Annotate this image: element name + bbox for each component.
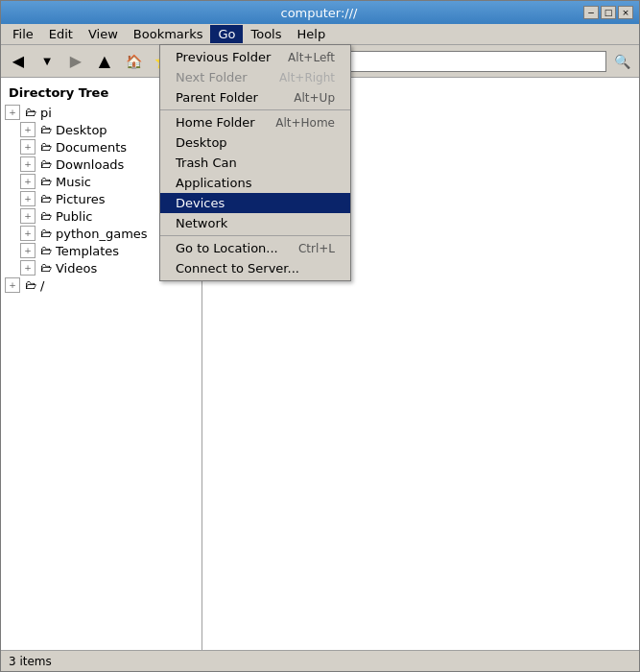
go-menu-go-to-location-label: Go to Location... <box>176 241 278 255</box>
tree-label-documents: Documents <box>56 140 127 155</box>
folder-icon-documents: 🗁 <box>38 139 54 155</box>
go-menu-go-to-location[interactable]: Go to Location... Ctrl+L <box>160 238 350 258</box>
go-menu-trash-label: Trash Can <box>176 156 237 170</box>
back-button[interactable]: ◀ <box>5 49 32 74</box>
go-menu-go-to-location-shortcut: Ctrl+L <box>298 242 335 255</box>
folder-icon-root: 🗁 <box>23 277 38 293</box>
tree-label-root: / <box>40 278 44 293</box>
expander-root[interactable]: + <box>5 277 20 293</box>
go-menu-next-folder-shortcut: Alt+Right <box>279 71 335 84</box>
menu-help[interactable]: Help <box>290 25 334 43</box>
go-menu-network-label: Network <box>176 216 227 230</box>
menu-go[interactable]: Go <box>210 25 243 43</box>
go-menu-sep-1 <box>160 109 350 110</box>
tree-label-videos: Videos <box>56 261 97 276</box>
folder-icon-python-games: 🗁 <box>38 226 54 241</box>
menu-file[interactable]: File <box>5 25 41 43</box>
go-menu-devices[interactable]: Devices <box>160 193 350 213</box>
go-menu-trash[interactable]: Trash Can <box>160 153 350 173</box>
go-menu-next-folder-label: Next Folder <box>176 70 248 84</box>
go-menu-sep-2 <box>160 235 350 236</box>
go-menu-parent-folder[interactable]: Parent Folder Alt+Up <box>160 87 350 108</box>
statusbar: 3 items <box>1 650 639 671</box>
folder-icon-public: 🗁 <box>38 208 54 224</box>
tree-label-templates: Templates <box>56 244 119 258</box>
back-dropdown[interactable]: ▼ <box>34 49 60 74</box>
expander-desktop[interactable]: + <box>20 122 36 137</box>
go-menu-network[interactable]: Network <box>160 213 350 233</box>
go-menu-desktop-label: Desktop <box>176 135 227 150</box>
maximize-button[interactable]: □ <box>601 6 616 19</box>
home-button[interactable]: 🏠 <box>120 49 147 74</box>
tree-label-music: Music <box>56 175 91 189</box>
up-button[interactable]: ▲ <box>91 49 118 74</box>
go-menu-home-folder[interactable]: Home Folder Alt+Home <box>160 112 350 132</box>
tree-label-public: Public <box>56 209 92 224</box>
folder-icon-pictures: 🗁 <box>38 191 54 206</box>
menu-tools[interactable]: Tools <box>243 25 289 43</box>
forward-button[interactable]: ▶ <box>62 49 89 74</box>
expander-documents[interactable]: + <box>20 139 36 155</box>
menu-edit[interactable]: Edit <box>41 25 81 43</box>
window-title: computer:/// <box>55 6 583 20</box>
titlebar-controls: − □ × <box>583 6 633 19</box>
folder-icon-templates: 🗁 <box>38 243 54 258</box>
titlebar: computer:/// − □ × <box>1 1 639 24</box>
search-button[interactable]: 🔍 <box>608 49 635 74</box>
go-menu-applications[interactable]: Applications <box>160 173 350 193</box>
tree-label-desktop: Desktop <box>56 123 107 137</box>
go-menu-home-folder-label: Home Folder <box>176 115 255 130</box>
expander-python-games[interactable]: + <box>20 226 36 241</box>
folder-icon-pi: 🗁 <box>23 105 38 120</box>
folder-icon-desktop: 🗁 <box>38 122 54 137</box>
go-menu-home-folder-shortcut: Alt+Home <box>275 116 335 130</box>
expander-pictures[interactable]: + <box>20 191 36 206</box>
expander-pi[interactable]: + <box>5 105 20 120</box>
app-window: computer:/// − □ × File Edit View Bookma… <box>0 0 640 672</box>
go-menu-dropdown: Previous Folder Alt+Left Next Folder Alt… <box>159 44 351 281</box>
expander-music[interactable]: + <box>20 174 36 189</box>
menu-bookmarks[interactable]: Bookmarks <box>126 25 211 43</box>
expander-templates[interactable]: + <box>20 243 36 258</box>
folder-icon-music: 🗁 <box>38 174 54 189</box>
tree-label-pictures: Pictures <box>56 192 105 206</box>
go-menu-connect-to-server[interactable]: Connect to Server... <box>160 258 350 278</box>
go-menu-previous-folder-label: Previous Folder <box>176 50 271 64</box>
go-menu-applications-label: Applications <box>176 176 251 190</box>
tree-label-pi: pi <box>40 106 52 120</box>
go-menu-devices-label: Devices <box>176 196 225 210</box>
close-button[interactable]: × <box>618 6 633 19</box>
menu-view[interactable]: View <box>81 25 126 43</box>
expander-public[interactable]: + <box>20 208 36 224</box>
go-menu-previous-folder-shortcut: Alt+Left <box>288 51 335 64</box>
go-menu-previous-folder[interactable]: Previous Folder Alt+Left <box>160 47 350 67</box>
go-menu-connect-to-server-label: Connect to Server... <box>176 261 299 276</box>
menubar: File Edit View Bookmarks Go Tools Help <box>1 24 639 45</box>
folder-icon-downloads: 🗁 <box>38 156 54 172</box>
go-menu-parent-folder-shortcut: Alt+Up <box>294 91 335 105</box>
tree-label-downloads: Downloads <box>56 157 124 172</box>
expander-downloads[interactable]: + <box>20 156 36 172</box>
statusbar-text: 3 items <box>9 655 52 668</box>
tree-label-python-games: python_games <box>56 227 148 241</box>
folder-icon-videos: 🗁 <box>38 260 54 276</box>
go-menu-next-folder[interactable]: Next Folder Alt+Right <box>160 67 350 87</box>
go-menu-desktop[interactable]: Desktop <box>160 132 350 153</box>
go-menu-parent-folder-label: Parent Folder <box>176 90 258 105</box>
minimize-button[interactable]: − <box>583 6 599 19</box>
expander-videos[interactable]: + <box>20 260 36 276</box>
